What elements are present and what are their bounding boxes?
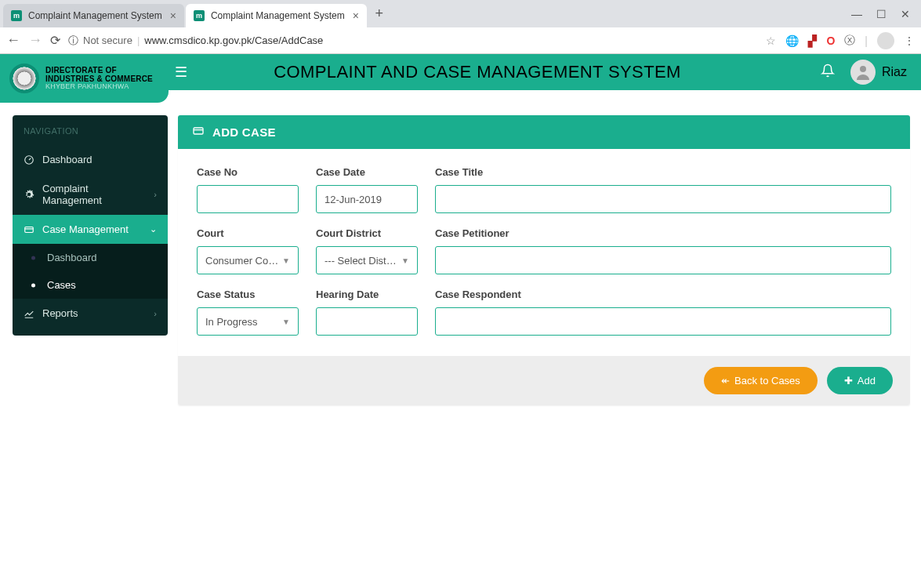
court-district-select[interactable]: --- Select Distri... ▼ [316, 246, 418, 274]
tab-close-icon[interactable]: × [170, 9, 176, 22]
chevron-down-icon: ▼ [282, 318, 290, 326]
sidebar-subitem-cases[interactable]: Cases [13, 271, 168, 299]
browser-tab[interactable]: m Complaint Management System × [3, 4, 184, 27]
chart-icon [24, 308, 34, 319]
sidebar-header: NAVIGATION [13, 115, 168, 145]
court-label: Court [197, 227, 299, 239]
menu-toggle-icon[interactable]: ☰ [175, 64, 187, 81]
sidebar-subitems: Dashboard Cases [13, 244, 168, 299]
sidebar-subitem-dashboard[interactable]: Dashboard [13, 244, 168, 271]
back-icon[interactable]: ← [6, 32, 20, 49]
not-secure-label: Not secure [83, 34, 132, 46]
address-bar-icons: ☆ 🌐 ▞ O ⓧ | ⋮ [766, 32, 915, 49]
window-controls: — ☐ ✕ [843, 8, 918, 20]
sidebar-item-dashboard[interactable]: Dashboard [13, 145, 168, 174]
chevron-right-icon: › [154, 309, 157, 318]
extension-pdf-icon[interactable]: ▞ [808, 34, 817, 47]
case-respondent-input[interactable] [435, 307, 891, 336]
chevron-down-icon: ▼ [401, 256, 409, 265]
extension-x-icon[interactable]: ⓧ [844, 34, 855, 48]
case-date-label: Case Date [316, 166, 418, 178]
add-case-panel: ADD CASE Case No Case Date Case Title [178, 115, 910, 405]
bell-icon[interactable] [821, 64, 835, 82]
add-label: Add [858, 375, 876, 387]
case-status-select-value: In Progress [205, 316, 257, 328]
case-respondent-label: Case Respondent [435, 289, 891, 300]
panel-header: ADD CASE [178, 115, 910, 149]
tab-favicon: m [194, 10, 205, 21]
browser-address-bar: ← → ⟳ ⓘ Not secure | www.cmsdico.kp.gov.… [0, 27, 921, 54]
case-no-input[interactable] [197, 185, 299, 213]
sidebar-item-label: Case Management [42, 223, 129, 235]
sidebar-item-label: Dashboard [42, 154, 92, 165]
app-title: COMPLAINT AND CASE MANAGEMENT SYSTEM [187, 62, 807, 82]
tab-favicon: m [11, 10, 22, 21]
svg-point-0 [860, 66, 866, 72]
org-logo [9, 64, 39, 93]
chevron-right-icon: › [154, 190, 157, 199]
tab-title: Complaint Management System [211, 10, 345, 21]
panel-title: ADD CASE [212, 125, 276, 139]
header-right: Riaz [807, 60, 921, 85]
plus-icon: ✚ [844, 375, 853, 387]
org-line1: DIRECTORATE OF [45, 66, 153, 74]
card-icon [24, 224, 34, 235]
chevron-down-icon: ⌄ [150, 224, 157, 234]
court-select[interactable]: Consumer Court ▼ [197, 246, 299, 274]
case-date-input[interactable] [316, 185, 418, 213]
reload-icon[interactable]: ⟳ [50, 33, 60, 48]
case-no-label: Case No [197, 166, 299, 178]
new-tab-button[interactable]: + [368, 3, 390, 25]
sidebar-subitem-label: Cases [47, 279, 76, 291]
url-box[interactable]: ⓘ Not secure | www.cmsdico.kp.gov.pk/Cas… [68, 34, 758, 48]
sidebar: NAVIGATION Dashboard Complaint Managemen… [13, 115, 168, 336]
hearing-date-input[interactable] [316, 307, 418, 336]
browser-tab-active[interactable]: m Complaint Management System × [186, 4, 367, 27]
gear-icon [24, 189, 34, 200]
dashboard-icon [24, 154, 34, 165]
panel-footer: ↞ Back to Cases ✚ Add [178, 356, 910, 405]
org-text: DIRECTORATE OF INDUSTRIES & COMMERCE KHY… [45, 66, 153, 91]
kebab-menu-icon[interactable]: ⋮ [904, 34, 915, 47]
sidebar-item-reports[interactable]: Reports › [13, 299, 168, 328]
case-petitioner-input[interactable] [435, 246, 891, 274]
url-text: www.cmsdico.kp.gov.pk/Case/AddCase [144, 34, 323, 46]
chevron-down-icon: ▼ [282, 256, 290, 265]
maximize-icon[interactable]: ☐ [876, 8, 887, 20]
tab-title: Complaint Management System [28, 10, 162, 21]
info-icon[interactable]: ⓘ [68, 34, 78, 48]
sidebar-subitem-label: Dashboard [47, 252, 97, 263]
court-select-value: Consumer Court [205, 255, 279, 267]
sidebar-item-complaint-management[interactable]: Complaint Management › [13, 174, 168, 215]
tab-close-icon[interactable]: × [353, 9, 359, 22]
extension-o-icon[interactable]: O [826, 34, 835, 47]
card-icon [192, 125, 205, 140]
svg-rect-4 [194, 128, 203, 134]
close-icon[interactable]: ✕ [901, 8, 910, 20]
court-district-select-value: --- Select Distri... [325, 255, 398, 267]
user-menu[interactable]: Riaz [850, 60, 907, 85]
forward-icon: → [28, 32, 42, 49]
profile-avatar-icon[interactable] [877, 32, 894, 49]
add-button[interactable]: ✚ Add [827, 367, 893, 394]
bookmark-icon[interactable]: ☆ [766, 34, 776, 47]
back-label: Back to Cases [734, 375, 800, 387]
case-petitioner-label: Case Petitioner [435, 227, 891, 239]
user-name: Riaz [882, 65, 907, 79]
sidebar-item-case-management[interactable]: Case Management ⌄ [13, 215, 168, 244]
back-to-cases-button[interactable]: ↞ Back to Cases [704, 367, 818, 394]
case-status-label: Case Status [197, 289, 299, 300]
org-sub: KHYBER PAKHUNKHWA [45, 83, 153, 91]
back-arrow-icon: ↞ [721, 375, 730, 387]
case-title-input[interactable] [435, 185, 891, 213]
browser-tab-strip: m Complaint Management System × m Compla… [0, 0, 921, 27]
extension-globe-icon[interactable]: 🌐 [785, 34, 799, 47]
svg-rect-2 [25, 227, 34, 232]
sidebar-item-label: Reports [42, 307, 78, 319]
case-status-select[interactable]: In Progress ▼ [197, 307, 299, 336]
minimize-icon[interactable]: — [851, 8, 862, 20]
court-district-label: Court District [316, 227, 418, 239]
org-branding: DIRECTORATE OF INDUSTRIES & COMMERCE KHY… [0, 54, 169, 103]
user-avatar [850, 60, 876, 85]
app-header: DIRECTORATE OF INDUSTRIES & COMMERCE KHY… [0, 54, 921, 103]
